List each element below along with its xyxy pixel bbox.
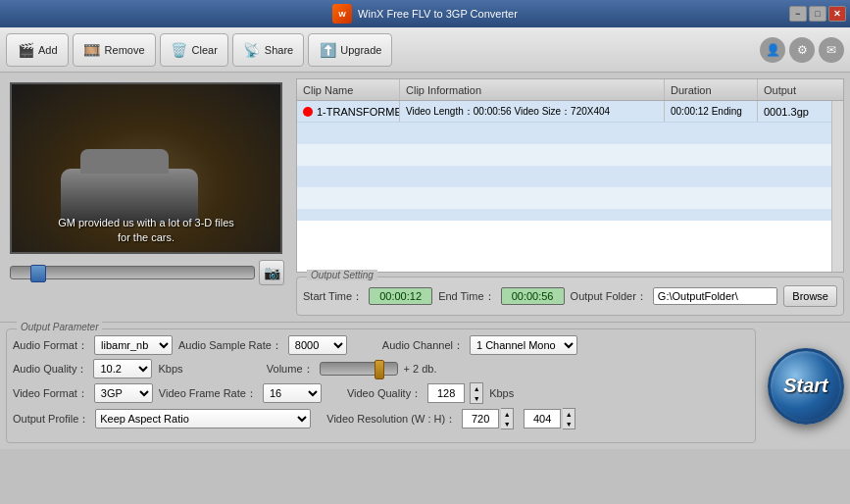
- start-time-label: Start Time：: [303, 289, 363, 304]
- audio-format-row: Audio Format： libamr_nb Audio Sample Rat…: [13, 335, 749, 355]
- audio-quality-label: Audio Quality：: [13, 362, 87, 377]
- col-header-output: Output: [758, 79, 831, 100]
- screenshot-button[interactable]: 📷: [259, 260, 284, 285]
- audio-format-label: Audio Format：: [13, 338, 88, 353]
- video-format-select[interactable]: 3GP: [94, 383, 153, 403]
- resolution-h-up[interactable]: ▲: [563, 409, 575, 419]
- start-time-input[interactable]: 00:00:12: [369, 287, 432, 305]
- resolution-h-down[interactable]: ▼: [563, 419, 575, 428]
- kbps-label-2: Kbps: [489, 387, 514, 399]
- start-button[interactable]: Start: [768, 348, 844, 425]
- end-time-label: End Time：: [438, 289, 494, 304]
- start-button-container: Start: [762, 323, 850, 449]
- right-panel: Clip Name Clip Information Duration Outp…: [294, 73, 850, 322]
- seek-thumb[interactable]: [30, 265, 46, 282]
- output-profile-row: Output Profile： Keep Aspect Ratio Video …: [13, 408, 749, 429]
- seek-bar[interactable]: [10, 266, 255, 279]
- top-right-icons: 👤 ⚙ ✉: [760, 37, 844, 63]
- clip-table-header: Clip Name Clip Information Duration Outp…: [297, 79, 843, 101]
- audio-format-select[interactable]: libamr_nb: [94, 335, 173, 355]
- output-profile-select[interactable]: Keep Aspect Ratio: [95, 409, 311, 428]
- add-button[interactable]: 🎬 Add: [6, 33, 69, 67]
- audio-quality-select[interactable]: 10.2: [93, 359, 152, 378]
- share-button[interactable]: 📡 Share: [232, 33, 304, 67]
- clip-info-cell: Video Length：00:00:56 Video Size：720X404: [400, 101, 665, 122]
- video-quality-label: Video Quality：: [347, 386, 422, 401]
- minimize-button[interactable]: −: [789, 6, 807, 22]
- user-icon[interactable]: 👤: [760, 37, 785, 63]
- audio-sample-rate-select[interactable]: 8000: [288, 335, 347, 355]
- scrollbar[interactable]: [831, 101, 843, 272]
- email-icon[interactable]: ✉: [819, 37, 844, 63]
- video-preview: GM provided us with a lot of 3-D files f…: [10, 82, 282, 254]
- video-frame-rate-select[interactable]: 16: [263, 383, 322, 403]
- resolution-w-input[interactable]: 720: [462, 409, 499, 428]
- remove-icon: 🎞️: [83, 41, 101, 59]
- video-quality-up[interactable]: ▲: [471, 383, 482, 393]
- output-settings: Output Setting Start Time： 00:00:12 End …: [296, 277, 844, 316]
- output-parameter-panel: Output Parameter Audio Format： libamr_nb…: [6, 328, 756, 443]
- status-dot: [303, 107, 313, 117]
- close-button[interactable]: ✕: [828, 6, 846, 22]
- title-bar: W WinX Free FLV to 3GP Converter − □ ✕: [0, 0, 850, 27]
- col-header-clip-name: Clip Name: [297, 79, 400, 100]
- resolution-h-spinbox: 404 ▲ ▼: [524, 408, 575, 429]
- audio-channel-select[interactable]: 1 Channel Mono: [470, 335, 577, 355]
- output-profile-label: Output Profile：: [13, 412, 89, 427]
- video-quality-down[interactable]: ▼: [471, 393, 482, 403]
- volume-db: + 2 db.: [404, 363, 437, 375]
- table-row[interactable]: 1-TRANSFORMER Video Length：00:00:56 Vide…: [297, 101, 831, 123]
- clip-name-cell: 1-TRANSFORMER: [297, 101, 400, 122]
- resolution-w-up[interactable]: ▲: [501, 409, 513, 419]
- clip-name: 1-TRANSFORMER: [317, 106, 400, 118]
- share-icon: 📡: [243, 41, 261, 59]
- volume-label: Volume：: [243, 362, 314, 377]
- add-icon: 🎬: [17, 41, 34, 59]
- output-setting-label: Output Setting: [307, 270, 377, 280]
- output-folder-label: Output Folder：: [571, 289, 647, 304]
- video-format-row: Video Format： 3GP Video Frame Rate： 16 V…: [13, 382, 749, 404]
- toolbar: 🎬 Add 🎞️ Remove 🗑️ Clear 📡 Share ⬆️ Upgr…: [0, 27, 850, 73]
- restore-button[interactable]: □: [809, 6, 826, 22]
- upgrade-button[interactable]: ⬆️ Upgrade: [308, 33, 392, 67]
- col-header-duration: Duration: [665, 79, 758, 100]
- video-frame-rate-label: Video Frame Rate：: [159, 386, 257, 401]
- output-settings-row: Start Time： 00:00:12 End Time： 00:00:56 …: [303, 285, 837, 307]
- remove-button[interactable]: 🎞️ Remove: [73, 33, 156, 67]
- preview-panel: GM provided us with a lot of 3-D files f…: [0, 73, 294, 322]
- app-title: WinX Free FLV to 3GP Converter: [358, 8, 518, 20]
- clear-button[interactable]: 🗑️ Clear: [160, 33, 228, 67]
- kbps-label: Kbps: [158, 363, 182, 375]
- video-resolution-label: Video Resolution (W : H)：: [326, 412, 456, 427]
- audio-quality-row: Audio Quality： 10.2 Kbps Volume： + 2 db.: [13, 359, 749, 378]
- title-icon: W: [332, 4, 352, 24]
- clip-duration-cell: 00:00:12 Ending: [665, 101, 758, 122]
- clear-icon: 🗑️: [171, 41, 188, 59]
- video-format-label: Video Format：: [13, 386, 88, 401]
- output-folder-input[interactable]: G:\OutputFolder\: [653, 287, 777, 305]
- upgrade-icon: ⬆️: [319, 41, 336, 59]
- window-controls: − □ ✕: [789, 6, 846, 22]
- resolution-h-input[interactable]: 404: [524, 409, 561, 428]
- video-caption: GM provided us with a lot of 3-D files f…: [12, 216, 280, 244]
- col-header-clip-info: Clip Information: [400, 79, 665, 100]
- audio-channel-label: Audio Channel：: [382, 338, 464, 353]
- bottom-section: Output Parameter Audio Format： libamr_nb…: [0, 322, 850, 449]
- output-parameter-label: Output Parameter: [17, 322, 102, 332]
- clip-output-cell: 0001.3gp: [758, 101, 831, 122]
- audio-sample-rate-label: Audio Sample Rate：: [178, 338, 282, 353]
- end-time-input[interactable]: 00:00:56: [501, 287, 565, 305]
- resolution-w-spinbox: 720 ▲ ▼: [462, 408, 514, 429]
- browse-button[interactable]: Browse: [783, 285, 837, 307]
- volume-thumb[interactable]: [375, 360, 384, 379]
- volume-slider[interactable]: [320, 362, 398, 376]
- seek-bar-area: 📷: [10, 260, 284, 285]
- resolution-w-down[interactable]: ▼: [501, 419, 513, 428]
- video-quality-input[interactable]: [427, 383, 465, 403]
- settings-icon[interactable]: ⚙: [789, 37, 815, 63]
